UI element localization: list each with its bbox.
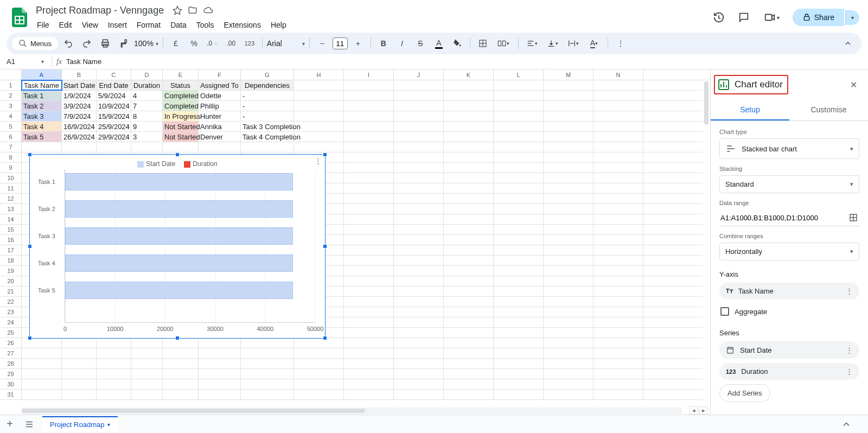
row-header[interactable]: 24	[0, 317, 22, 327]
wrap-button[interactable]: ▾	[564, 36, 583, 51]
col-header[interactable]: D	[131, 69, 163, 80]
row-header[interactable]: 27	[0, 348, 22, 358]
sheet-tab[interactable]: Project Roadmap▾	[42, 416, 118, 432]
share-dropdown[interactable]: ▾	[845, 10, 859, 25]
row-header[interactable]: 22	[0, 297, 22, 307]
more-toolbar-icon[interactable]: ⋮	[612, 36, 629, 51]
col-header[interactable]: F	[199, 69, 241, 80]
merge-button[interactable]: ▾	[493, 36, 514, 51]
row-header[interactable]: 28	[0, 359, 22, 368]
header-cell[interactable]: Duration	[131, 80, 163, 90]
formula-bar[interactable]: Task Name	[66, 58, 101, 66]
explore-button[interactable]	[841, 419, 852, 430]
row-header[interactable]: 15	[0, 225, 22, 234]
cell-task[interactable]: Task 2	[22, 101, 62, 111]
menu-view[interactable]: View	[78, 18, 103, 31]
series-more-icon[interactable]: ⋮	[846, 367, 853, 375]
menu-extensions[interactable]: Extensions	[219, 18, 265, 31]
series-chip-start[interactable]: Start Date ⋮	[719, 341, 859, 359]
menu-format[interactable]: Format	[132, 18, 165, 31]
name-box[interactable]: A1	[4, 56, 38, 67]
col-header[interactable]: L	[494, 69, 544, 80]
series-more-icon[interactable]: ⋮	[846, 346, 853, 354]
all-sheets-button[interactable]	[20, 419, 39, 429]
menu-edit[interactable]: Edit	[55, 18, 76, 31]
fill-color-button[interactable]	[449, 36, 465, 51]
tab-customise[interactable]: Customise	[789, 100, 868, 120]
move-icon[interactable]	[188, 5, 197, 15]
header-cell[interactable]: Task Name	[22, 80, 62, 90]
menu-help[interactable]: Help	[266, 18, 291, 31]
chart-object[interactable]: ⋮ Start Date Duration 010000200003000040…	[29, 154, 326, 339]
header-cell[interactable]: End Date	[97, 80, 131, 90]
cell-task[interactable]: Task 3	[22, 111, 62, 121]
bold-button[interactable]: B	[375, 36, 392, 51]
decrease-font-button[interactable]: −	[314, 36, 330, 51]
select-range-icon[interactable]	[848, 213, 858, 222]
paint-format-button[interactable]	[116, 36, 132, 51]
cell-task[interactable]: Task 1	[22, 91, 62, 100]
comments-icon[interactable]	[736, 10, 751, 25]
yaxis-chip[interactable]: Tᴛ Task Name ⋮	[719, 283, 859, 300]
font-size-input[interactable]	[333, 37, 348, 49]
row-header[interactable]: 10	[0, 173, 22, 183]
row-header[interactable]: 6	[0, 132, 22, 142]
col-header[interactable]: J	[394, 69, 444, 80]
row-header[interactable]: 4	[0, 111, 22, 121]
row-header[interactable]: 31	[0, 390, 22, 399]
increase-font-button[interactable]: +	[350, 36, 366, 51]
hscroll-nav[interactable]: ◂▸	[690, 406, 710, 415]
history-icon[interactable]	[711, 10, 726, 25]
col-header[interactable]: N	[593, 69, 643, 80]
menu-file[interactable]: File	[33, 18, 54, 31]
italic-button[interactable]: I	[394, 36, 410, 51]
sheets-logo[interactable]	[9, 7, 30, 28]
row-header[interactable]: 20	[0, 276, 22, 286]
row-header[interactable]: 14	[0, 214, 22, 224]
header-cell[interactable]: Dependencies	[241, 80, 294, 90]
chart-type-select[interactable]: Stacked bar chart▾	[719, 138, 859, 159]
more-formats-button[interactable]: 123	[241, 36, 258, 51]
row-header[interactable]: 5	[0, 122, 22, 131]
row-header[interactable]: 17	[0, 245, 22, 255]
tab-setup[interactable]: Setup	[711, 100, 789, 120]
row-header[interactable]: 3	[0, 101, 22, 111]
add-series-button[interactable]: Add Series	[719, 384, 770, 402]
col-header[interactable]: A	[22, 69, 62, 80]
horizontal-scrollbar[interactable]	[22, 407, 682, 414]
cell-task[interactable]: Task 5	[22, 132, 62, 142]
stacking-select[interactable]: Standard▾	[719, 175, 859, 193]
row-header[interactable]: 13	[0, 204, 22, 214]
row-header[interactable]: 11	[0, 183, 22, 193]
row-header[interactable]: 8	[0, 152, 22, 162]
valign-button[interactable]: ▾	[544, 36, 562, 51]
add-sheet-button[interactable]: +	[0, 418, 20, 430]
header-cell[interactable]: Start Date	[62, 80, 97, 90]
row-header[interactable]: 30	[0, 379, 22, 389]
borders-button[interactable]	[475, 36, 491, 51]
close-sidebar-icon[interactable]: ✕	[847, 77, 860, 93]
cloud-status-icon[interactable]	[203, 5, 214, 15]
col-header[interactable]: C	[97, 69, 131, 80]
row-header[interactable]: 9	[0, 163, 22, 173]
currency-button[interactable]: £	[168, 36, 184, 51]
redo-button[interactable]	[79, 36, 95, 51]
col-header[interactable]: E	[163, 69, 199, 80]
header-cell[interactable]: Assigned To	[199, 80, 241, 90]
cell-task[interactable]: Task 4	[22, 122, 62, 131]
col-header[interactable]: H	[294, 69, 344, 80]
data-range-input[interactable]	[720, 214, 844, 222]
decrease-decimal-button[interactable]: .0 ←	[205, 36, 221, 51]
star-icon[interactable]	[173, 5, 182, 15]
print-button[interactable]	[97, 36, 113, 51]
undo-button[interactable]	[60, 36, 76, 51]
row-header[interactable]: 21	[0, 286, 22, 296]
menu-insert[interactable]: Insert	[104, 18, 131, 31]
row-header[interactable]: 25	[0, 328, 22, 338]
percent-button[interactable]: %	[186, 36, 202, 51]
row-header[interactable]: 19	[0, 266, 22, 276]
halign-button[interactable]: ▾	[523, 36, 541, 51]
row-header[interactable]: 18	[0, 256, 22, 265]
menu-tools[interactable]: Tools	[192, 18, 219, 31]
col-header[interactable]: M	[544, 69, 593, 80]
